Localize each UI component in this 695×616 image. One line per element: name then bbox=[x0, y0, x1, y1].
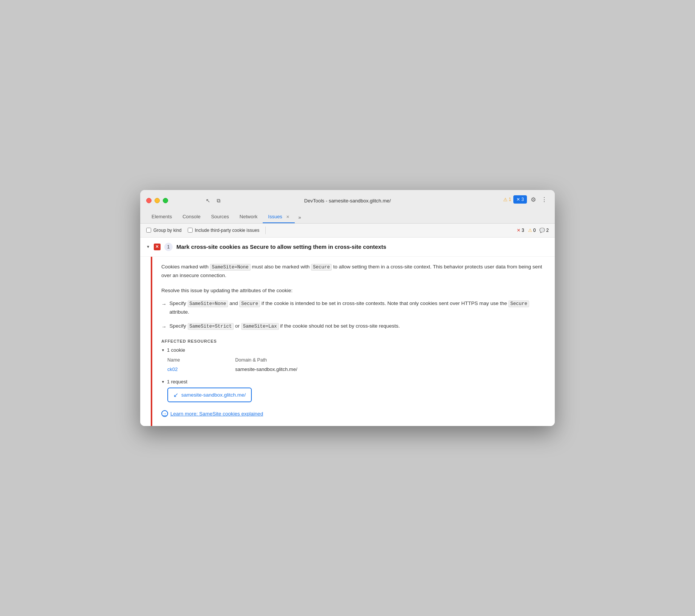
error-count-icon: ✕ bbox=[517, 228, 520, 233]
toolbar-icons: ↖ ⧉ bbox=[204, 197, 222, 204]
minimize-button[interactable] bbox=[155, 198, 160, 203]
issue-count-badge: 1 bbox=[164, 243, 173, 251]
header-right: ⚠ 1 ✕ 3 ⚙ ⋮ bbox=[503, 195, 549, 207]
error-icon: ✕ bbox=[516, 197, 520, 202]
cookie-toggle-arrow-icon: ▼ bbox=[161, 348, 165, 352]
third-party-label: Include third-party cookie issues bbox=[195, 228, 259, 233]
tab-close-icon[interactable]: ✕ bbox=[286, 215, 289, 219]
error-count-value: 3 bbox=[522, 228, 524, 233]
issue-description: Cookies marked with SameSite=None must a… bbox=[161, 263, 546, 280]
close-button[interactable] bbox=[146, 198, 152, 203]
settings-icon[interactable]: ⚙ bbox=[529, 195, 537, 205]
issue-title: Mark cross-site cookies as Secure to all… bbox=[176, 244, 386, 250]
group-by-kind-input[interactable] bbox=[146, 228, 151, 233]
code-secure-2: Secure bbox=[239, 300, 260, 307]
request-fetch-icon: ↙ bbox=[173, 391, 178, 398]
code-secure-1: Secure bbox=[311, 264, 332, 271]
issue-body: Cookies marked with SameSite=None must a… bbox=[140, 257, 555, 426]
info-count-value: 2 bbox=[546, 228, 549, 233]
code-samesite-none-1: SameSite=None bbox=[210, 264, 251, 271]
table-row: ck02 samesite-sandbox.glitch.me/ bbox=[167, 366, 546, 373]
step2-text: Specify SameSite=Strict or SameSite=Lax … bbox=[170, 322, 400, 331]
cookie-table: Name Domain & Path ck02 samesite-sandbox… bbox=[167, 356, 546, 373]
cookie-toggle-label: 1 cookie bbox=[167, 347, 185, 353]
filter-counts: ✕ 3 ⚠ 0 💬 2 bbox=[517, 228, 549, 233]
more-options-icon[interactable]: ⋮ bbox=[540, 195, 549, 205]
tab-sources[interactable]: Sources bbox=[206, 211, 234, 223]
code-secure-3: Secure bbox=[508, 300, 529, 307]
error-count-badge: ✕ 3 bbox=[517, 228, 524, 233]
window-title: DevTools - samesite-sandbox.glitch.me/ bbox=[304, 198, 391, 204]
issue-header[interactable]: ▼ ✕ 1 Mark cross-site cookies as Secure … bbox=[140, 238, 555, 257]
title-bar: ↖ ⧉ DevTools - samesite-sandbox.glitch.m… bbox=[140, 190, 555, 224]
filter-bar: Group by kind Include third-party cookie… bbox=[140, 224, 555, 238]
col-name-header: Name bbox=[167, 357, 235, 363]
issue-step-1: → Specify SameSite=None and Secure if th… bbox=[161, 299, 546, 317]
group-by-kind-checkbox[interactable]: Group by kind bbox=[146, 228, 182, 233]
request-toggle[interactable]: ▼ 1 request bbox=[161, 379, 546, 385]
tabs-row: Elements Console Sources Network Issues … bbox=[146, 211, 549, 223]
learn-more: → Learn more: SameSite cookies explained bbox=[161, 410, 546, 417]
warning-badge[interactable]: ⚠ 1 bbox=[503, 197, 511, 202]
request-item[interactable]: ↙ samesite-sandbox.glitch.me/ bbox=[167, 388, 252, 402]
devtools-window: ↖ ⧉ DevTools - samesite-sandbox.glitch.m… bbox=[140, 190, 555, 426]
learn-more-link[interactable]: → Learn more: SameSite cookies explained bbox=[161, 410, 263, 417]
issue-error-icon: ✕ bbox=[154, 244, 161, 250]
request-url-link[interactable]: samesite-sandbox.glitch.me/ bbox=[181, 392, 246, 398]
error-badge[interactable]: ✕ 3 bbox=[513, 195, 527, 204]
issue-detail: Cookies marked with SameSite=None must a… bbox=[152, 257, 555, 426]
affected-resources: Affected Resources ▼ 1 cookie Name Domai… bbox=[161, 339, 546, 402]
cookie-toggle[interactable]: ▼ 1 cookie bbox=[161, 347, 546, 353]
filter-divider bbox=[265, 227, 266, 234]
cursor-icon[interactable]: ↖ bbox=[204, 197, 212, 204]
step1-text: Specify SameSite=None and Secure if the … bbox=[170, 299, 546, 317]
request-toggle-arrow-icon: ▼ bbox=[161, 380, 165, 384]
warning-icon: ⚠ bbox=[503, 197, 508, 202]
cookie-table-header: Name Domain & Path bbox=[167, 356, 546, 364]
warning-count: 1 bbox=[509, 197, 511, 202]
main-content: ▼ ✕ 1 Mark cross-site cookies as Secure … bbox=[140, 238, 555, 426]
learn-more-icon: → bbox=[161, 410, 168, 417]
affected-label: Affected Resources bbox=[161, 339, 546, 343]
tab-more[interactable]: » bbox=[295, 211, 305, 223]
request-item-wrapper: ↙ samesite-sandbox.glitch.me/ bbox=[167, 388, 546, 402]
third-party-checkbox[interactable]: Include third-party cookie issues bbox=[188, 228, 259, 233]
code-samesite-strict: SameSite=Strict bbox=[188, 323, 234, 330]
warning-count-badge: ⚠ 0 bbox=[528, 228, 536, 233]
resolve-text: Resolve this issue by updating the attri… bbox=[161, 288, 546, 293]
tab-console[interactable]: Console bbox=[177, 211, 206, 223]
tab-elements[interactable]: Elements bbox=[146, 211, 177, 223]
info-count-badge: 💬 2 bbox=[539, 228, 549, 233]
step2-arrow-icon: → bbox=[161, 323, 167, 331]
code-samesite-lax: SameSite=Lax bbox=[241, 323, 279, 330]
layers-icon[interactable]: ⧉ bbox=[215, 197, 222, 204]
code-samesite-none-2: SameSite=None bbox=[188, 300, 228, 307]
request-section: ▼ 1 request ↙ samesite-sandbox.glitch.me… bbox=[161, 379, 546, 402]
learn-more-label: Learn more: SameSite cookies explained bbox=[170, 411, 263, 417]
issue-step-2: → Specify SameSite=Strict or SameSite=La… bbox=[161, 322, 546, 331]
traffic-lights bbox=[146, 198, 168, 203]
cookie-domain: samesite-sandbox.glitch.me/ bbox=[235, 366, 297, 372]
col-domain-header: Domain & Path bbox=[235, 357, 546, 363]
request-toggle-label: 1 request bbox=[167, 379, 187, 385]
step1-arrow-icon: → bbox=[161, 300, 167, 309]
tab-network[interactable]: Network bbox=[234, 211, 263, 223]
third-party-input[interactable] bbox=[188, 228, 193, 233]
expand-arrow-icon[interactable]: ▼ bbox=[146, 245, 150, 249]
cookie-name-link[interactable]: ck02 bbox=[167, 366, 235, 372]
info-count-icon: 💬 bbox=[539, 228, 545, 233]
warning-count-value: 0 bbox=[533, 228, 536, 233]
group-by-kind-label: Group by kind bbox=[153, 228, 182, 233]
cookie-section: ▼ 1 cookie Name Domain & Path ck02 sames… bbox=[161, 347, 546, 373]
maximize-button[interactable] bbox=[163, 198, 168, 203]
tab-issues[interactable]: Issues ✕ bbox=[263, 211, 294, 223]
warning-count-icon: ⚠ bbox=[528, 228, 532, 233]
error-count: 3 bbox=[521, 197, 524, 202]
